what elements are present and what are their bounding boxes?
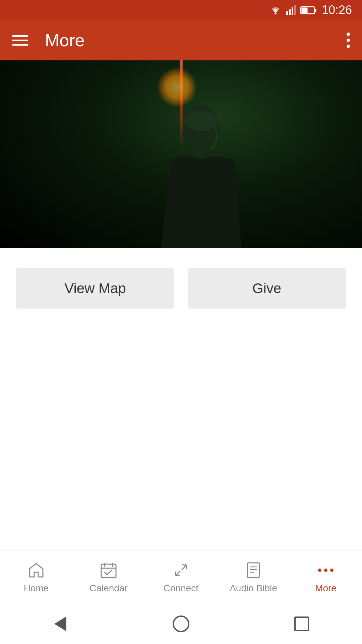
svg-line-19 xyxy=(182,565,186,570)
nav-item-connect[interactable]: Connect xyxy=(145,550,217,604)
back-button[interactable] xyxy=(50,614,70,634)
more-dots-icon xyxy=(316,561,335,580)
svg-rect-3 xyxy=(292,7,293,15)
wifi-icon xyxy=(269,5,282,15)
nav-label-connect: Connect xyxy=(164,583,198,594)
home-button[interactable] xyxy=(171,614,191,634)
status-icons: 10:26 xyxy=(269,3,352,17)
hamburger-menu-icon[interactable] xyxy=(12,35,28,46)
page-title: More xyxy=(45,30,347,50)
svg-rect-1 xyxy=(286,11,288,15)
hero-image xyxy=(0,60,362,248)
svg-rect-6 xyxy=(301,7,307,13)
nav-label-calendar: Calendar xyxy=(89,583,128,594)
status-time: 10:26 xyxy=(322,3,352,17)
buttons-section: View Map Give xyxy=(0,248,362,329)
person-silhouette xyxy=(111,87,251,248)
app-bar: More xyxy=(0,20,362,60)
overflow-menu-icon[interactable] xyxy=(347,33,350,48)
svg-rect-21 xyxy=(247,563,259,578)
svg-rect-4 xyxy=(294,5,296,15)
nav-item-calendar[interactable]: Calendar xyxy=(72,550,145,604)
battery-icon xyxy=(300,6,317,14)
calendar-icon xyxy=(99,561,118,580)
svg-rect-11 xyxy=(101,564,116,578)
signal-icon xyxy=(286,5,296,15)
svg-rect-2 xyxy=(289,9,291,15)
system-navigation-bar xyxy=(0,604,362,644)
svg-line-20 xyxy=(176,571,180,576)
give-button[interactable]: Give xyxy=(188,268,346,309)
bottom-navigation: Home Calendar xyxy=(0,550,362,604)
svg-point-0 xyxy=(275,12,277,14)
nav-label-audio-bible: Audio Bible xyxy=(230,583,277,594)
nav-label-home: Home xyxy=(24,583,49,594)
view-map-button[interactable]: View Map xyxy=(16,268,174,309)
status-bar: 10:26 xyxy=(0,0,362,20)
recents-button[interactable] xyxy=(292,614,312,634)
nav-item-home[interactable]: Home xyxy=(0,550,72,604)
svg-rect-7 xyxy=(315,8,316,11)
nav-label-more: More xyxy=(315,583,337,594)
connect-icon xyxy=(172,561,190,580)
nav-item-audio-bible[interactable]: Audio Bible xyxy=(217,550,290,604)
audio-bible-icon xyxy=(244,561,263,580)
nav-item-more[interactable]: More xyxy=(290,550,362,604)
home-icon xyxy=(27,561,46,580)
svg-point-10 xyxy=(184,111,218,131)
